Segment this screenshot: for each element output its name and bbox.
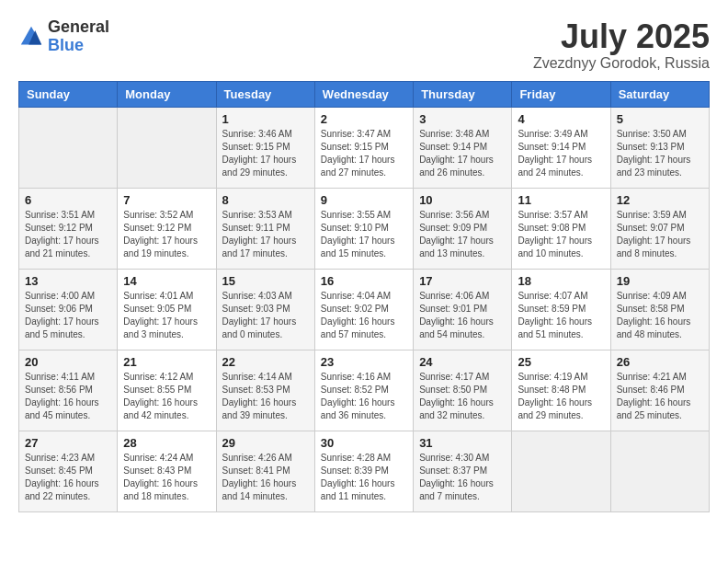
day-number: 7 <box>123 193 210 207</box>
calendar-cell-w4-d6: 25Sunrise: 4:19 AM Sunset: 8:48 PM Dayli… <box>512 350 610 431</box>
calendar-cell-w2-d3: 8Sunrise: 3:53 AM Sunset: 9:11 PM Daylig… <box>216 188 314 269</box>
day-number: 11 <box>518 193 604 207</box>
calendar-cell-w3-d7: 19Sunrise: 4:09 AM Sunset: 8:58 PM Dayli… <box>610 269 709 350</box>
day-info: Sunrise: 3:50 AM Sunset: 9:13 PM Dayligh… <box>617 128 703 179</box>
calendar-cell-w4-d1: 20Sunrise: 4:11 AM Sunset: 8:56 PM Dayli… <box>19 350 118 431</box>
week-row-5: 27Sunrise: 4:23 AM Sunset: 8:45 PM Dayli… <box>19 431 710 511</box>
col-saturday: Saturday <box>610 81 709 107</box>
day-info: Sunrise: 3:51 AM Sunset: 9:12 PM Dayligh… <box>25 209 111 260</box>
day-number: 4 <box>518 112 604 126</box>
logo-icon <box>18 24 44 50</box>
day-number: 27 <box>25 436 111 450</box>
location: Zvezdnyy Gorodok, Russia <box>533 55 710 72</box>
calendar-cell-w2-d7: 12Sunrise: 3:59 AM Sunset: 9:07 PM Dayli… <box>610 188 709 269</box>
day-info: Sunrise: 3:46 AM Sunset: 9:15 PM Dayligh… <box>222 128 309 179</box>
calendar-cell-w5-d4: 30Sunrise: 4:28 AM Sunset: 8:39 PM Dayli… <box>314 431 413 511</box>
week-row-3: 13Sunrise: 4:00 AM Sunset: 9:06 PM Dayli… <box>19 269 710 350</box>
calendar-cell-w1-d6: 4Sunrise: 3:49 AM Sunset: 9:14 PM Daylig… <box>512 107 610 188</box>
day-info: Sunrise: 3:48 AM Sunset: 9:14 PM Dayligh… <box>419 128 506 179</box>
day-info: Sunrise: 4:01 AM Sunset: 9:05 PM Dayligh… <box>123 290 210 341</box>
day-info: Sunrise: 4:28 AM Sunset: 8:39 PM Dayligh… <box>321 452 407 503</box>
day-info: Sunrise: 4:09 AM Sunset: 8:58 PM Dayligh… <box>617 290 703 341</box>
day-info: Sunrise: 4:21 AM Sunset: 8:46 PM Dayligh… <box>617 371 703 422</box>
calendar-table: Sunday Monday Tuesday Wednesday Thursday… <box>18 81 710 512</box>
day-number: 14 <box>123 274 210 288</box>
col-wednesday: Wednesday <box>314 81 413 107</box>
day-number: 29 <box>222 436 309 450</box>
logo: General Blue <box>18 18 109 55</box>
logo-general: General <box>48 17 109 36</box>
day-info: Sunrise: 4:26 AM Sunset: 8:41 PM Dayligh… <box>222 452 309 503</box>
day-info: Sunrise: 3:59 AM Sunset: 9:07 PM Dayligh… <box>617 209 703 260</box>
col-monday: Monday <box>118 81 216 107</box>
calendar-cell-w3-d4: 16Sunrise: 4:04 AM Sunset: 9:02 PM Dayli… <box>314 269 413 350</box>
calendar-cell-w4-d5: 24Sunrise: 4:17 AM Sunset: 8:50 PM Dayli… <box>414 350 512 431</box>
day-number: 9 <box>321 193 407 207</box>
calendar-cell-w4-d7: 26Sunrise: 4:21 AM Sunset: 8:46 PM Dayli… <box>610 350 709 431</box>
day-number: 15 <box>222 274 309 288</box>
day-number: 24 <box>419 355 506 369</box>
day-number: 6 <box>25 193 111 207</box>
day-info: Sunrise: 4:12 AM Sunset: 8:55 PM Dayligh… <box>123 371 210 422</box>
day-info: Sunrise: 4:14 AM Sunset: 8:53 PM Dayligh… <box>222 371 309 422</box>
day-number: 8 <box>222 193 309 207</box>
day-number: 28 <box>123 436 210 450</box>
day-number: 23 <box>321 355 407 369</box>
day-number: 16 <box>321 274 407 288</box>
day-info: Sunrise: 4:24 AM Sunset: 8:43 PM Dayligh… <box>123 452 210 503</box>
calendar-cell-w2-d5: 10Sunrise: 3:56 AM Sunset: 9:09 PM Dayli… <box>414 188 512 269</box>
calendar-cell-w4-d4: 23Sunrise: 4:16 AM Sunset: 8:52 PM Dayli… <box>314 350 413 431</box>
calendar-cell-w1-d1 <box>19 107 118 188</box>
day-info: Sunrise: 4:16 AM Sunset: 8:52 PM Dayligh… <box>321 371 407 422</box>
day-info: Sunrise: 4:04 AM Sunset: 9:02 PM Dayligh… <box>321 290 407 341</box>
day-info: Sunrise: 4:23 AM Sunset: 8:45 PM Dayligh… <box>25 452 111 503</box>
logo-blue: Blue <box>48 36 84 54</box>
day-info: Sunrise: 3:55 AM Sunset: 9:10 PM Dayligh… <box>321 209 407 260</box>
day-number: 19 <box>617 274 703 288</box>
day-number: 30 <box>321 436 407 450</box>
day-info: Sunrise: 4:07 AM Sunset: 8:59 PM Dayligh… <box>518 290 604 341</box>
calendar-cell-w1-d2 <box>118 107 216 188</box>
calendar-cell-w3-d1: 13Sunrise: 4:00 AM Sunset: 9:06 PM Dayli… <box>19 269 118 350</box>
day-number: 10 <box>419 193 506 207</box>
day-info: Sunrise: 3:57 AM Sunset: 9:08 PM Dayligh… <box>518 209 604 260</box>
month-title: July 2025 <box>533 18 710 55</box>
day-info: Sunrise: 4:30 AM Sunset: 8:37 PM Dayligh… <box>419 452 506 503</box>
col-sunday: Sunday <box>19 81 118 107</box>
day-info: Sunrise: 3:47 AM Sunset: 9:15 PM Dayligh… <box>321 128 407 179</box>
day-number: 21 <box>123 355 210 369</box>
page-header: General Blue July 2025 Zvezdnyy Gorodok,… <box>18 18 710 72</box>
calendar-cell-w5-d3: 29Sunrise: 4:26 AM Sunset: 8:41 PM Dayli… <box>216 431 314 511</box>
calendar-cell-w3-d2: 14Sunrise: 4:01 AM Sunset: 9:05 PM Dayli… <box>118 269 216 350</box>
calendar-cell-w5-d5: 31Sunrise: 4:30 AM Sunset: 8:37 PM Dayli… <box>414 431 512 511</box>
calendar-cell-w5-d1: 27Sunrise: 4:23 AM Sunset: 8:45 PM Dayli… <box>19 431 118 511</box>
day-number: 18 <box>518 274 604 288</box>
calendar-cell-w1-d5: 3Sunrise: 3:48 AM Sunset: 9:14 PM Daylig… <box>414 107 512 188</box>
calendar-cell-w2-d1: 6Sunrise: 3:51 AM Sunset: 9:12 PM Daylig… <box>19 188 118 269</box>
day-info: Sunrise: 4:06 AM Sunset: 9:01 PM Dayligh… <box>419 290 506 341</box>
calendar-cell-w1-d4: 2Sunrise: 3:47 AM Sunset: 9:15 PM Daylig… <box>314 107 413 188</box>
logo-text: General Blue <box>48 18 109 55</box>
day-number: 5 <box>617 112 703 126</box>
calendar-cell-w5-d7 <box>610 431 709 511</box>
week-row-1: 1Sunrise: 3:46 AM Sunset: 9:15 PM Daylig… <box>19 107 710 188</box>
calendar-cell-w3-d6: 18Sunrise: 4:07 AM Sunset: 8:59 PM Dayli… <box>512 269 610 350</box>
day-number: 26 <box>617 355 703 369</box>
col-tuesday: Tuesday <box>216 81 314 107</box>
day-number: 31 <box>419 436 506 450</box>
title-block: July 2025 Zvezdnyy Gorodok, Russia <box>533 18 710 72</box>
calendar-cell-w4-d3: 22Sunrise: 4:14 AM Sunset: 8:53 PM Dayli… <box>216 350 314 431</box>
day-info: Sunrise: 4:17 AM Sunset: 8:50 PM Dayligh… <box>419 371 506 422</box>
calendar-cell-w2-d6: 11Sunrise: 3:57 AM Sunset: 9:08 PM Dayli… <box>512 188 610 269</box>
col-friday: Friday <box>512 81 610 107</box>
day-number: 17 <box>419 274 506 288</box>
calendar-cell-w1-d3: 1Sunrise: 3:46 AM Sunset: 9:15 PM Daylig… <box>216 107 314 188</box>
day-number: 2 <box>321 112 407 126</box>
week-row-2: 6Sunrise: 3:51 AM Sunset: 9:12 PM Daylig… <box>19 188 710 269</box>
day-info: Sunrise: 3:52 AM Sunset: 9:12 PM Dayligh… <box>123 209 210 260</box>
day-info: Sunrise: 3:53 AM Sunset: 9:11 PM Dayligh… <box>222 209 309 260</box>
day-info: Sunrise: 3:56 AM Sunset: 9:09 PM Dayligh… <box>419 209 506 260</box>
day-info: Sunrise: 4:19 AM Sunset: 8:48 PM Dayligh… <box>518 371 604 422</box>
day-info: Sunrise: 4:03 AM Sunset: 9:03 PM Dayligh… <box>222 290 309 341</box>
day-number: 13 <box>25 274 111 288</box>
